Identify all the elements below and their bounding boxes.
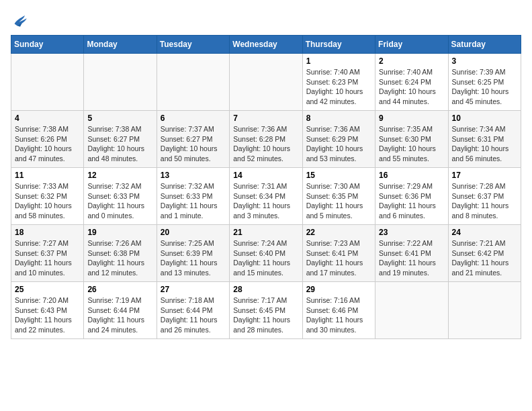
day-info: Sunrise: 7:31 AM Sunset: 6:34 PM Dayligh… bbox=[233, 181, 298, 221]
calendar-cell: 8Sunrise: 7:36 AM Sunset: 6:29 PM Daylig… bbox=[302, 111, 375, 168]
day-info: Sunrise: 7:21 AM Sunset: 6:42 PM Dayligh… bbox=[452, 238, 517, 278]
calendar-cell bbox=[448, 282, 521, 339]
day-number: 25 bbox=[15, 285, 80, 294]
day-info: Sunrise: 7:19 AM Sunset: 6:44 PM Dayligh… bbox=[87, 295, 152, 335]
weekday-header-saturday: Saturday bbox=[448, 36, 521, 54]
calendar-cell: 2Sunrise: 7:40 AM Sunset: 6:24 PM Daylig… bbox=[375, 54, 448, 111]
day-info: Sunrise: 7:27 AM Sunset: 6:37 PM Dayligh… bbox=[15, 238, 80, 278]
calendar-cell: 10Sunrise: 7:34 AM Sunset: 6:31 PM Dayli… bbox=[448, 111, 521, 168]
day-info: Sunrise: 7:40 AM Sunset: 6:23 PM Dayligh… bbox=[306, 67, 371, 107]
day-number: 18 bbox=[15, 228, 80, 237]
calendar-cell bbox=[230, 54, 302, 111]
calendar-cell: 5Sunrise: 7:38 AM Sunset: 6:27 PM Daylig… bbox=[84, 111, 157, 168]
day-info: Sunrise: 7:22 AM Sunset: 6:41 PM Dayligh… bbox=[379, 238, 444, 278]
weekday-header-thursday: Thursday bbox=[302, 36, 375, 54]
calendar-cell: 14Sunrise: 7:31 AM Sunset: 6:34 PM Dayli… bbox=[230, 168, 302, 225]
day-info: Sunrise: 7:39 AM Sunset: 6:25 PM Dayligh… bbox=[452, 67, 517, 107]
day-number: 1 bbox=[306, 56, 371, 66]
day-info: Sunrise: 7:36 AM Sunset: 6:28 PM Dayligh… bbox=[233, 124, 298, 164]
calendar-week-row: 25Sunrise: 7:20 AM Sunset: 6:43 PM Dayli… bbox=[11, 282, 521, 339]
day-info: Sunrise: 7:23 AM Sunset: 6:41 PM Dayligh… bbox=[306, 238, 371, 278]
calendar-week-row: 11Sunrise: 7:33 AM Sunset: 6:32 PM Dayli… bbox=[11, 168, 521, 225]
weekday-header-monday: Monday bbox=[84, 36, 157, 54]
calendar-cell: 20Sunrise: 7:25 AM Sunset: 6:39 PM Dayli… bbox=[157, 225, 229, 282]
day-info: Sunrise: 7:32 AM Sunset: 6:33 PM Dayligh… bbox=[161, 181, 226, 221]
day-number: 11 bbox=[15, 171, 80, 180]
calendar-cell: 25Sunrise: 7:20 AM Sunset: 6:43 PM Dayli… bbox=[11, 282, 84, 339]
day-info: Sunrise: 7:38 AM Sunset: 6:26 PM Dayligh… bbox=[15, 124, 80, 164]
calendar-cell bbox=[84, 54, 157, 111]
calendar-cell: 12Sunrise: 7:32 AM Sunset: 6:33 PM Dayli… bbox=[84, 168, 157, 225]
calendar-cell: 26Sunrise: 7:19 AM Sunset: 6:44 PM Dayli… bbox=[84, 282, 157, 339]
calendar-cell: 4Sunrise: 7:38 AM Sunset: 6:26 PM Daylig… bbox=[11, 111, 84, 168]
day-number: 3 bbox=[452, 56, 517, 66]
calendar-cell: 13Sunrise: 7:32 AM Sunset: 6:33 PM Dayli… bbox=[157, 168, 229, 225]
calendar-body: 1Sunrise: 7:40 AM Sunset: 6:23 PM Daylig… bbox=[11, 54, 521, 339]
day-number: 14 bbox=[233, 171, 298, 180]
calendar-cell: 29Sunrise: 7:16 AM Sunset: 6:46 PM Dayli… bbox=[302, 282, 375, 339]
day-info: Sunrise: 7:24 AM Sunset: 6:40 PM Dayligh… bbox=[233, 238, 298, 278]
day-number: 27 bbox=[161, 285, 226, 294]
calendar-cell: 18Sunrise: 7:27 AM Sunset: 6:37 PM Dayli… bbox=[11, 225, 84, 282]
calendar-cell: 1Sunrise: 7:40 AM Sunset: 6:23 PM Daylig… bbox=[302, 54, 375, 111]
day-number: 24 bbox=[452, 228, 517, 237]
weekday-header-wednesday: Wednesday bbox=[230, 36, 302, 54]
day-info: Sunrise: 7:34 AM Sunset: 6:31 PM Dayligh… bbox=[452, 124, 517, 164]
day-info: Sunrise: 7:36 AM Sunset: 6:29 PM Dayligh… bbox=[306, 124, 371, 164]
calendar-table: SundayMondayTuesdayWednesdayThursdayFrid… bbox=[11, 35, 521, 339]
calendar-week-row: 4Sunrise: 7:38 AM Sunset: 6:26 PM Daylig… bbox=[11, 111, 521, 168]
day-info: Sunrise: 7:30 AM Sunset: 6:35 PM Dayligh… bbox=[306, 181, 371, 221]
day-number: 4 bbox=[15, 113, 80, 123]
day-info: Sunrise: 7:20 AM Sunset: 6:43 PM Dayligh… bbox=[15, 295, 80, 335]
day-info: Sunrise: 7:32 AM Sunset: 6:33 PM Dayligh… bbox=[87, 181, 152, 221]
calendar-cell: 7Sunrise: 7:36 AM Sunset: 6:28 PM Daylig… bbox=[230, 111, 302, 168]
weekday-header-friday: Friday bbox=[375, 36, 448, 54]
calendar-cell: 3Sunrise: 7:39 AM Sunset: 6:25 PM Daylig… bbox=[448, 54, 521, 111]
day-info: Sunrise: 7:18 AM Sunset: 6:44 PM Dayligh… bbox=[161, 295, 226, 335]
calendar-cell: 19Sunrise: 7:26 AM Sunset: 6:38 PM Dayli… bbox=[84, 225, 157, 282]
day-number: 9 bbox=[379, 113, 444, 123]
calendar-cell: 21Sunrise: 7:24 AM Sunset: 6:40 PM Dayli… bbox=[230, 225, 302, 282]
day-info: Sunrise: 7:25 AM Sunset: 6:39 PM Dayligh… bbox=[161, 238, 226, 278]
day-number: 5 bbox=[87, 113, 152, 123]
day-number: 28 bbox=[233, 285, 298, 294]
day-info: Sunrise: 7:29 AM Sunset: 6:36 PM Dayligh… bbox=[379, 181, 444, 221]
calendar-week-row: 18Sunrise: 7:27 AM Sunset: 6:37 PM Dayli… bbox=[11, 225, 521, 282]
weekday-header-sunday: Sunday bbox=[11, 36, 84, 54]
calendar-week-row: 1Sunrise: 7:40 AM Sunset: 6:23 PM Daylig… bbox=[11, 54, 521, 111]
page-header bbox=[11, 11, 521, 30]
day-number: 7 bbox=[233, 113, 298, 123]
day-number: 6 bbox=[161, 113, 226, 123]
calendar-cell bbox=[157, 54, 229, 111]
day-info: Sunrise: 7:40 AM Sunset: 6:24 PM Dayligh… bbox=[379, 67, 444, 107]
calendar-cell: 27Sunrise: 7:18 AM Sunset: 6:44 PM Dayli… bbox=[157, 282, 229, 339]
calendar-cell: 22Sunrise: 7:23 AM Sunset: 6:41 PM Dayli… bbox=[302, 225, 375, 282]
calendar-cell: 23Sunrise: 7:22 AM Sunset: 6:41 PM Dayli… bbox=[375, 225, 448, 282]
day-number: 2 bbox=[379, 56, 444, 66]
day-number: 29 bbox=[306, 285, 371, 294]
calendar-cell: 15Sunrise: 7:30 AM Sunset: 6:35 PM Dayli… bbox=[302, 168, 375, 225]
day-info: Sunrise: 7:38 AM Sunset: 6:27 PM Dayligh… bbox=[87, 124, 152, 164]
calendar-cell: 16Sunrise: 7:29 AM Sunset: 6:36 PM Dayli… bbox=[375, 168, 448, 225]
calendar-cell: 11Sunrise: 7:33 AM Sunset: 6:32 PM Dayli… bbox=[11, 168, 84, 225]
day-number: 20 bbox=[161, 228, 226, 237]
weekday-header-row: SundayMondayTuesdayWednesdayThursdayFrid… bbox=[11, 36, 521, 54]
day-number: 21 bbox=[233, 228, 298, 237]
day-info: Sunrise: 7:17 AM Sunset: 6:45 PM Dayligh… bbox=[233, 295, 298, 335]
calendar-cell bbox=[375, 282, 448, 339]
day-number: 15 bbox=[306, 171, 371, 180]
weekday-header-tuesday: Tuesday bbox=[157, 36, 229, 54]
logo-bird-icon bbox=[11, 11, 30, 30]
day-number: 26 bbox=[87, 285, 152, 294]
day-number: 19 bbox=[87, 228, 152, 237]
day-info: Sunrise: 7:37 AM Sunset: 6:27 PM Dayligh… bbox=[161, 124, 226, 164]
calendar-cell: 9Sunrise: 7:35 AM Sunset: 6:30 PM Daylig… bbox=[375, 111, 448, 168]
calendar-cell: 6Sunrise: 7:37 AM Sunset: 6:27 PM Daylig… bbox=[157, 111, 229, 168]
calendar-cell: 24Sunrise: 7:21 AM Sunset: 6:42 PM Dayli… bbox=[448, 225, 521, 282]
day-number: 22 bbox=[306, 228, 371, 237]
day-number: 16 bbox=[379, 171, 444, 180]
day-info: Sunrise: 7:33 AM Sunset: 6:32 PM Dayligh… bbox=[15, 181, 80, 221]
day-info: Sunrise: 7:35 AM Sunset: 6:30 PM Dayligh… bbox=[379, 124, 444, 164]
day-info: Sunrise: 7:28 AM Sunset: 6:37 PM Dayligh… bbox=[452, 181, 517, 221]
logo bbox=[11, 11, 32, 30]
